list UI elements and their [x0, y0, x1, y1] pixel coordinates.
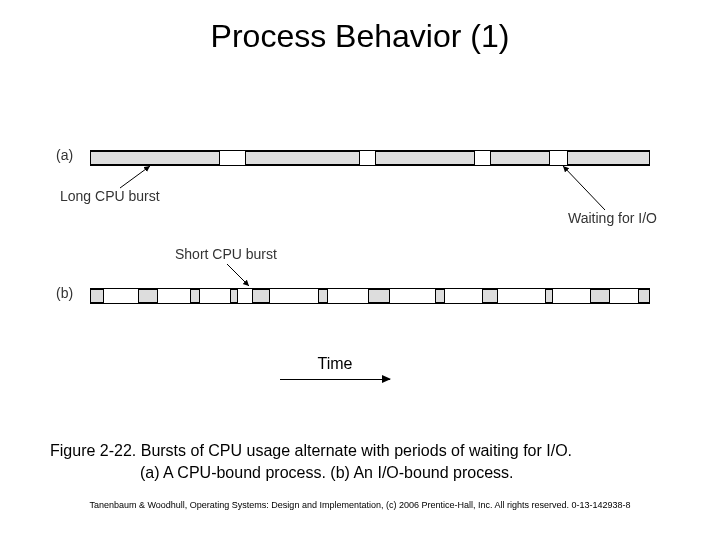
- arrow-long-cpu: [115, 164, 175, 190]
- cpu-burst: [138, 289, 158, 303]
- cpu-burst: [590, 289, 610, 303]
- arrow-short-cpu: [225, 262, 265, 290]
- cpu-burst: [90, 151, 220, 165]
- diagram: (a) (b) Long CPU burst Waiting for I/O S…: [60, 150, 660, 380]
- page-title: Process Behavior (1): [0, 18, 720, 55]
- time-axis: Time: [280, 355, 390, 380]
- waiting-io-label: Waiting for I/O: [568, 210, 657, 226]
- cpu-burst: [490, 151, 550, 165]
- cpu-burst: [545, 289, 553, 303]
- caption-line-2: (a) A CPU-bound process. (b) An I/O-boun…: [50, 462, 514, 484]
- row-b-label: (b): [56, 285, 73, 301]
- cpu-burst: [90, 289, 104, 303]
- cpu-burst: [368, 289, 390, 303]
- cpu-burst: [375, 151, 475, 165]
- svg-line-2: [227, 264, 249, 286]
- long-cpu-burst-label: Long CPU burst: [60, 188, 160, 204]
- cpu-burst: [230, 289, 238, 303]
- cpu-burst: [482, 289, 498, 303]
- cpu-burst: [435, 289, 445, 303]
- svg-line-1: [563, 166, 605, 210]
- figure-caption: Figure 2-22. Bursts of CPU usage alterna…: [30, 440, 690, 483]
- copyright-footer: Tanenbaum & Woodhull, Operating Systems:…: [30, 500, 690, 510]
- time-arrow-icon: [280, 379, 390, 380]
- cpu-burst: [567, 151, 650, 165]
- row-a-label: (a): [56, 147, 73, 163]
- short-cpu-burst-label: Short CPU burst: [175, 246, 277, 262]
- cpu-burst: [245, 151, 360, 165]
- caption-line-1: Figure 2-22. Bursts of CPU usage alterna…: [50, 442, 572, 459]
- time-label: Time: [318, 355, 353, 372]
- cpu-burst: [318, 289, 328, 303]
- arrow-waiting-io: [555, 164, 615, 212]
- cpu-burst: [252, 289, 270, 303]
- cpu-burst: [190, 289, 200, 303]
- timeline-b: [90, 288, 650, 304]
- cpu-burst: [638, 289, 650, 303]
- svg-line-0: [120, 166, 150, 188]
